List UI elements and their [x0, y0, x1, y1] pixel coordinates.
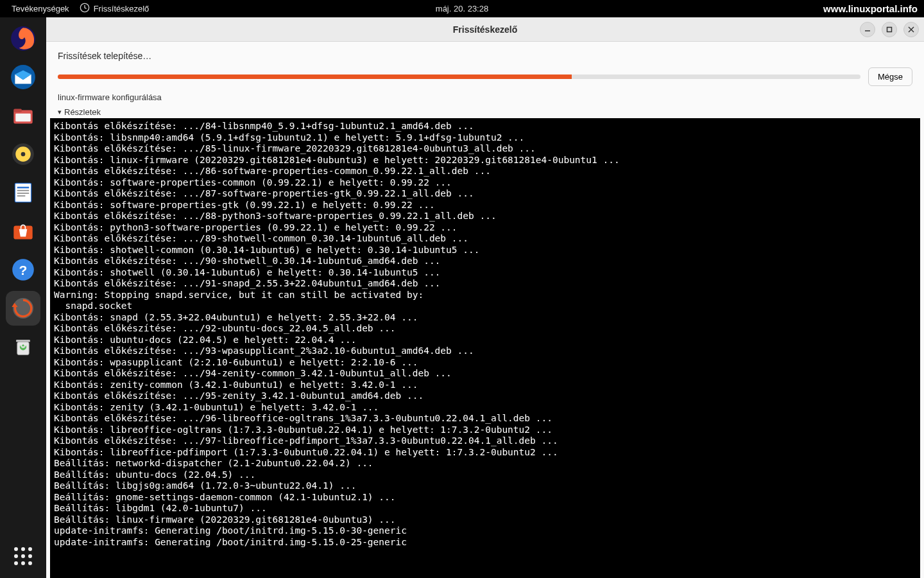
thunderbird-icon[interactable] — [6, 60, 40, 94]
svg-rect-23 — [887, 27, 892, 31]
chevron-down-icon: ▾ — [58, 108, 62, 116]
terminal-output[interactable]: Kibontás előkészítése: .../84-libsnmp40_… — [50, 118, 920, 578]
cancel-button[interactable]: Mégse — [868, 67, 912, 86]
svg-rect-12 — [17, 193, 29, 194]
app-menu[interactable]: Frissítéskezelő — [74, 3, 155, 15]
maximize-button[interactable] — [882, 22, 897, 37]
progress-fill — [58, 74, 572, 79]
window-title: Frissítéskezelő — [453, 24, 517, 35]
ubuntu-dock: ? — [0, 17, 46, 578]
firefox-icon[interactable] — [6, 21, 40, 56]
libreoffice-writer-icon[interactable] — [6, 175, 40, 210]
progress-bar — [58, 74, 860, 79]
clock[interactable]: máj. 20. 23:28 — [436, 4, 488, 13]
update-manager-window: Frissítéskezelő Frissítések telepítése… … — [46, 17, 924, 578]
details-label: Részletek — [64, 107, 101, 117]
svg-rect-13 — [17, 195, 26, 197]
svg-point-8 — [21, 152, 26, 157]
gnome-top-panel: Tevékenységek Frissítéskezelő máj. 20. 2… — [0, 0, 924, 17]
svg-text:?: ? — [19, 263, 28, 277]
svg-rect-10 — [17, 187, 29, 189]
software-updater-icon[interactable] — [6, 291, 40, 326]
ubuntu-software-icon[interactable] — [6, 214, 40, 249]
show-applications-button[interactable] — [10, 543, 36, 569]
status-text: linux-firmware konfigurálása — [58, 92, 912, 102]
activities-button[interactable]: Tevékenységek — [6, 4, 74, 13]
svg-rect-11 — [17, 190, 29, 191]
svg-rect-4 — [13, 109, 22, 112]
svg-rect-20 — [16, 340, 30, 342]
close-button[interactable] — [903, 22, 919, 37]
svg-rect-5 — [15, 114, 31, 122]
rhythmbox-icon[interactable] — [6, 137, 40, 171]
details-expander[interactable]: ▾ Részletek — [58, 107, 912, 117]
help-icon[interactable]: ? — [6, 252, 40, 287]
software-updater-icon — [80, 3, 90, 15]
files-icon[interactable] — [6, 98, 40, 133]
minimize-button[interactable] — [860, 22, 875, 37]
trash-icon[interactable] — [6, 329, 40, 364]
install-heading: Frissítések telepítése… — [58, 51, 912, 61]
watermark-text: www.linuxportal.info — [823, 3, 918, 14]
window-titlebar: Frissítéskezelő — [46, 17, 924, 42]
app-menu-label: Frissítéskezelő — [94, 4, 150, 13]
